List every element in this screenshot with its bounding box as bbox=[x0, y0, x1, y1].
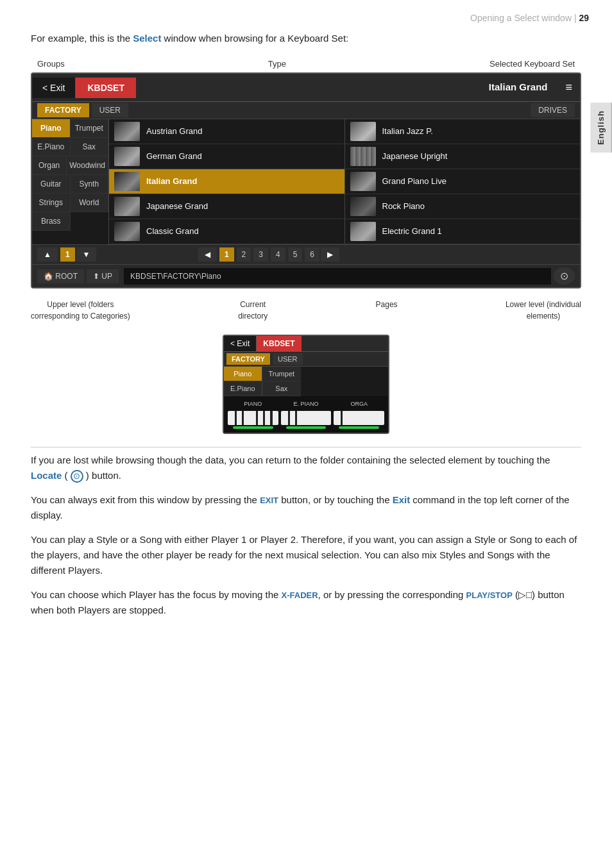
label-type: Type bbox=[268, 58, 286, 71]
body-paragraph-1: If you are lost while browsing though th… bbox=[31, 453, 581, 483]
piano-label-epiano: E. PIANO bbox=[294, 400, 319, 409]
inst-name-electric: Electric Grand 1 bbox=[382, 225, 442, 238]
prev-page-button[interactable]: ◀ bbox=[198, 247, 217, 262]
inst-name-austrian: Austrian Grand bbox=[146, 125, 202, 138]
select-window: < Exit KBDSET Italian Grand ≡ FACTORY US… bbox=[31, 72, 581, 288]
piano-keys-organ bbox=[334, 411, 384, 425]
annotation-upper-level: Upper level (folders corresponding to Ca… bbox=[31, 299, 130, 322]
root-button[interactable]: 🏠 ROOT bbox=[37, 269, 84, 283]
mini-cat-sax[interactable]: Sax bbox=[262, 381, 302, 396]
cat-btn-strings[interactable]: Strings bbox=[32, 194, 71, 212]
inst-japanese-grand[interactable]: Japanese Grand bbox=[109, 194, 344, 219]
footer-bar: 🏠 ROOT ⬆ UP KBDSET\FACTORY\Piano ⊙ bbox=[32, 264, 580, 287]
page-title: Opening a Select window bbox=[470, 13, 572, 23]
left-page-1-button[interactable]: 1 bbox=[60, 247, 75, 262]
body-paragraph-4: You can choose which Player has the focu… bbox=[31, 587, 581, 618]
body-paragraph-2: You can always exit from this window by … bbox=[31, 492, 581, 523]
exit-button[interactable]: < Exit bbox=[32, 78, 76, 98]
inst-german-grand[interactable]: German Grand bbox=[109, 144, 344, 169]
cat-btn-sax[interactable]: Sax bbox=[71, 138, 109, 156]
cat-btn-piano[interactable]: Piano bbox=[32, 119, 71, 138]
user-button[interactable]: USER bbox=[92, 103, 128, 117]
inst-grand-piano-live[interactable]: Grand Piano Live bbox=[345, 169, 581, 194]
piano-green-bar-epiano bbox=[286, 426, 327, 429]
nav-down-button[interactable]: ▼ bbox=[76, 247, 97, 262]
mini-factory-button[interactable]: FACTORY bbox=[226, 353, 270, 365]
nav-up-button[interactable]: ▲ bbox=[37, 247, 58, 262]
locate-button[interactable]: ⊙ bbox=[554, 267, 575, 285]
cat-btn-world[interactable]: World bbox=[71, 194, 109, 212]
page-5-button[interactable]: 5 bbox=[288, 247, 303, 262]
inst-classic-grand[interactable]: Classic Grand bbox=[109, 219, 344, 244]
inst-electric-grand[interactable]: Electric Grand 1 bbox=[345, 219, 581, 244]
inst-name-japanese: Japanese Grand bbox=[146, 200, 208, 213]
inst-japanese-upright[interactable]: Japanese Upright bbox=[345, 144, 581, 169]
drives-button[interactable]: DRIVES bbox=[531, 103, 575, 117]
piano-group-piano: PIANO bbox=[228, 400, 278, 429]
mini-cat-col1: Piano E.Piano bbox=[224, 367, 262, 396]
mini-kbdset-button[interactable]: KBDSET bbox=[257, 336, 301, 351]
next-page-button[interactable]: ▶ bbox=[321, 247, 339, 262]
annotations-row: Upper level (folders corresponding to Ca… bbox=[31, 295, 581, 330]
factory-button[interactable]: FACTORY bbox=[37, 103, 89, 117]
cat-btn-guitar[interactable]: Guitar bbox=[32, 175, 71, 194]
page-number: 29 bbox=[579, 13, 589, 23]
page-2-button[interactable]: 2 bbox=[237, 247, 251, 262]
locate-icon: ⊙ bbox=[71, 470, 83, 483]
piano-keys-piano bbox=[228, 411, 278, 425]
category-column: Piano Trumpet E.Piano Sax Organ Woodwind… bbox=[32, 119, 109, 244]
piano-group-organ: ORGA bbox=[334, 400, 384, 429]
label-selected: Selected Keyboard Set bbox=[489, 58, 575, 71]
piano-keys-epiano bbox=[281, 411, 332, 425]
page-1-button[interactable]: 1 bbox=[219, 247, 234, 262]
path-display: KBDSET\FACTORY\Piano bbox=[124, 268, 551, 285]
piano-green-bar-piano bbox=[233, 426, 273, 429]
top-bar: < Exit KBDSET Italian Grand ≡ bbox=[32, 74, 580, 102]
piano-group-epiano: E. PIANO bbox=[281, 400, 332, 429]
cat-btn-organ[interactable]: Organ bbox=[32, 156, 67, 175]
page-4-button[interactable]: 4 bbox=[271, 247, 285, 262]
main-grid: Piano Trumpet E.Piano Sax Organ Woodwind… bbox=[32, 119, 580, 244]
page-header: Opening a Select window | 29 bbox=[0, 0, 612, 25]
cat-btn-woodwind[interactable]: Woodwind bbox=[67, 156, 108, 175]
mini-second-bar: FACTORY USER bbox=[224, 352, 388, 367]
inst-name-jazz: Italian Jazz P. bbox=[382, 125, 433, 138]
cat-btn-trumpet[interactable]: Trumpet bbox=[71, 119, 109, 138]
annotation-pages: Pages bbox=[376, 299, 398, 322]
cat-btn-synth[interactable]: Synth bbox=[71, 175, 109, 194]
mini-exit-button[interactable]: < Exit bbox=[224, 336, 257, 351]
keyword-locate: Locate bbox=[31, 470, 62, 481]
inst-name-italian: Italian Grand bbox=[146, 175, 197, 188]
instrument-list-left: Austrian Grand German Grand Italian Gran… bbox=[109, 119, 345, 244]
inst-italian-grand[interactable]: Italian Grand bbox=[109, 169, 344, 194]
second-bar: FACTORY USER DRIVES bbox=[32, 102, 580, 119]
keyword-exit-upper: EXIT bbox=[260, 496, 278, 505]
mini-user-button[interactable]: USER bbox=[273, 353, 303, 365]
language-tab: English bbox=[591, 103, 613, 153]
kbdset-button[interactable]: KBDSET bbox=[76, 78, 136, 98]
cat-btn-epiano[interactable]: E.Piano bbox=[32, 138, 71, 156]
mini-top-bar: < Exit KBDSET bbox=[224, 336, 388, 352]
mini-select-window: < Exit KBDSET FACTORY USER Piano E.Piano… bbox=[223, 335, 389, 434]
page-3-button[interactable]: 3 bbox=[253, 247, 268, 262]
inst-rock-piano[interactable]: Rock Piano bbox=[345, 194, 581, 219]
cat-btn-brass[interactable]: Brass bbox=[32, 212, 71, 231]
inst-name-rock: Rock Piano bbox=[382, 200, 425, 213]
mini-cat-epiano[interactable]: E.Piano bbox=[224, 381, 262, 396]
selected-keyboard-name: Italian Grand bbox=[479, 80, 558, 95]
inst-name-german: German Grand bbox=[146, 150, 202, 163]
keyword-xfader: X-FADER bbox=[282, 590, 318, 600]
page-6-button[interactable]: 6 bbox=[305, 247, 319, 262]
inst-austrian-grand[interactable]: Austrian Grand bbox=[109, 119, 344, 144]
mini-cat-trumpet[interactable]: Trumpet bbox=[262, 367, 302, 381]
bottom-nav-bar: ▲ 1 ▼ ◀ 1 2 3 4 5 6 ▶ bbox=[32, 244, 580, 264]
label-groups: Groups bbox=[37, 58, 65, 71]
menu-icon[interactable]: ≡ bbox=[557, 74, 580, 101]
piano-label-organ: ORGA bbox=[350, 400, 368, 409]
keyword-playstop: PLAY/STOP bbox=[466, 590, 513, 600]
inst-name-classic: Classic Grand bbox=[146, 225, 199, 238]
mini-cat-col2: Trumpet Sax bbox=[262, 367, 302, 396]
up-button[interactable]: ⬆ UP bbox=[87, 269, 119, 283]
mini-cat-piano[interactable]: Piano bbox=[224, 367, 262, 381]
inst-italian-jazz[interactable]: Italian Jazz P. bbox=[345, 119, 581, 144]
